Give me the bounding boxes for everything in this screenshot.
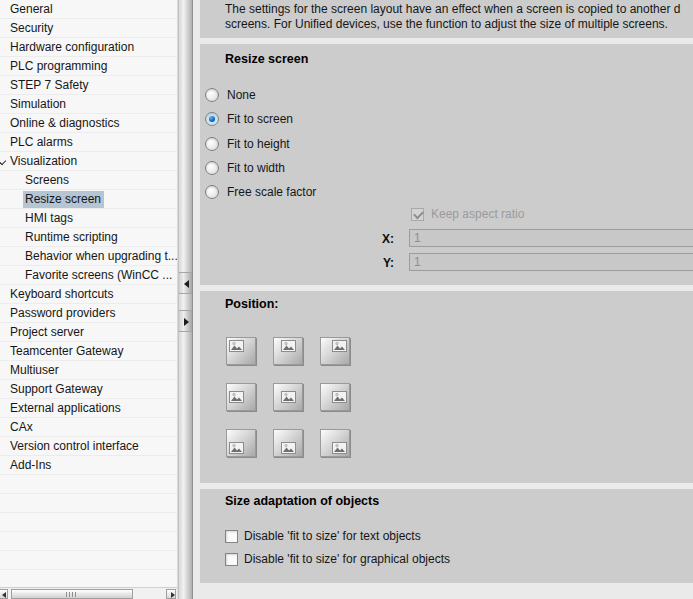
sidebar-item-cax[interactable]: CAx	[0, 418, 177, 437]
image-icon	[281, 391, 296, 403]
radio-option-free-scale-factor[interactable]: Free scale factor	[205, 184, 316, 200]
sidebar-item-keyboard-shortcuts[interactable]: Keyboard shortcuts	[0, 285, 177, 304]
radio-option-none[interactable]: None	[205, 87, 256, 103]
sidebar-item-plc-programming[interactable]: PLC programming	[0, 57, 177, 76]
disable-fit-to-size-text-checkbox[interactable]: Disable 'fit to size' for text objects	[225, 529, 421, 543]
collapse-pane-button[interactable]	[179, 272, 192, 294]
sidebar-item-screens[interactable]: Screens	[0, 171, 177, 190]
selected-item-highlight: Resize screen	[23, 191, 104, 208]
info-text-box: The settings for the screen layout have …	[200, 0, 693, 38]
radio-label: None	[227, 88, 256, 102]
y-scale-input	[409, 253, 693, 271]
sidebar-item-version-control-interface[interactable]: Version control interface	[0, 437, 177, 456]
sidebar-item-label: Keyboard shortcuts	[10, 287, 113, 301]
radio-option-fit-to-width[interactable]: Fit to width	[205, 160, 285, 176]
checkbox-label: Keep aspect ratio	[431, 207, 524, 221]
chevron-down-icon[interactable]	[0, 157, 6, 165]
position-top-left-button[interactable]	[226, 337, 256, 365]
expand-pane-button[interactable]	[179, 310, 192, 332]
sidebar-item-plc-alarms[interactable]: PLC alarms	[0, 133, 177, 152]
image-icon	[281, 442, 296, 454]
position-middle-left-button[interactable]	[226, 383, 256, 411]
sidebar-item-general[interactable]: General	[0, 0, 177, 19]
sidebar-item-label: Hardware configuration	[10, 40, 134, 54]
radio-button-icon	[205, 137, 219, 151]
radio-option-fit-to-screen[interactable]: Fit to screen	[205, 111, 293, 127]
position-middle-right-button[interactable]	[320, 383, 350, 411]
sidebar-item-project-server[interactable]: Project server	[0, 323, 177, 342]
position-section: Position:	[200, 291, 693, 483]
sidebar-item-label: Teamcenter Gateway	[10, 344, 123, 358]
image-icon	[332, 391, 347, 403]
keep-aspect-ratio-checkbox: Keep aspect ratio	[411, 207, 524, 221]
position-bottom-right-button[interactable]	[320, 429, 350, 457]
sidebar-item-label: External applications	[10, 401, 121, 415]
section-title: Position:	[225, 297, 278, 311]
checkbox-label: Disable 'fit to size' for graphical obje…	[244, 552, 450, 566]
x-scale-input	[409, 229, 693, 247]
sidebar-item-label: PLC alarms	[10, 135, 73, 149]
settings-tree: General Security Hardware configuration …	[0, 0, 178, 599]
image-icon	[229, 391, 244, 403]
image-icon	[332, 442, 347, 454]
sidebar-empty-row	[0, 551, 177, 570]
sidebar-item-resize-screen[interactable]: Resize screen	[0, 190, 177, 209]
position-bottom-center-button[interactable]	[273, 429, 303, 457]
sidebar-item-support-gateway[interactable]: Support Gateway	[0, 380, 177, 399]
sidebar-item-label: Visualization	[10, 154, 77, 168]
image-icon	[332, 340, 347, 352]
radio-button-icon	[205, 185, 219, 199]
resize-screen-section: Resize screen None Fit to screen Fit to …	[200, 44, 693, 285]
sidebar-item-multiuser[interactable]: Multiuser	[0, 361, 177, 380]
scrollbar-thumb[interactable]	[11, 589, 133, 599]
radio-label: Fit to screen	[227, 112, 293, 126]
sidebar-item-behavior-when-upgrading[interactable]: Behavior when upgrading t...	[0, 247, 177, 266]
sidebar-item-label: General	[10, 2, 53, 16]
radio-button-icon	[205, 161, 219, 175]
sidebar-item-label: Screens	[25, 173, 69, 187]
radio-button-selected-icon	[205, 112, 219, 126]
sidebar-item-label: PLC programming	[10, 59, 107, 73]
image-icon	[229, 340, 244, 352]
info-line-1: The settings for the screen layout have …	[225, 2, 693, 17]
radio-option-fit-to-height[interactable]: Fit to height	[205, 136, 290, 152]
checkbox-label: Disable 'fit to size' for text objects	[244, 529, 421, 543]
section-title: Resize screen	[225, 52, 308, 66]
sidebar-item-security[interactable]: Security	[0, 19, 177, 38]
sidebar-item-label: Simulation	[10, 97, 66, 111]
sidebar-item-hmi-tags[interactable]: HMI tags	[0, 209, 177, 228]
sidebar-item-label: Multiuser	[10, 363, 59, 377]
scroll-left-button[interactable]	[0, 589, 8, 599]
x-scale-label: X:	[372, 232, 394, 246]
position-bottom-left-button[interactable]	[226, 429, 256, 457]
sidebar-item-runtime-scripting[interactable]: Runtime scripting	[0, 228, 177, 247]
sidebar-item-label: Version control interface	[10, 439, 139, 453]
sidebar-item-online-diagnostics[interactable]: Online & diagnostics	[0, 114, 177, 133]
position-top-center-button[interactable]	[273, 337, 303, 365]
radio-label: Fit to width	[227, 161, 285, 175]
pane-splitter[interactable]	[178, 0, 193, 599]
sidebar-item-simulation[interactable]: Simulation	[0, 95, 177, 114]
sidebar-item-teamcenter-gateway[interactable]: Teamcenter Gateway	[0, 342, 177, 361]
sidebar-empty-row	[0, 513, 177, 532]
y-scale-label: Y:	[372, 256, 394, 270]
radio-button-icon	[205, 88, 219, 102]
sidebar-item-label: STEP 7 Safety	[10, 78, 89, 92]
sidebar-item-visualization[interactable]: Visualization	[0, 152, 177, 171]
section-title: Size adaptation of objects	[225, 494, 379, 508]
scroll-right-button[interactable]	[166, 589, 176, 599]
checkbox-checked-disabled-icon	[411, 208, 424, 221]
sidebar-empty-row	[0, 532, 177, 551]
position-middle-center-button[interactable]	[273, 383, 303, 411]
sidebar-item-add-ins[interactable]: Add-Ins	[0, 456, 177, 475]
sidebar-item-password-providers[interactable]: Password providers	[0, 304, 177, 323]
sidebar-horizontal-scrollbar[interactable]	[0, 587, 178, 599]
sidebar-item-favorite-screens[interactable]: Favorite screens (WinCC ...	[0, 266, 177, 285]
position-top-right-button[interactable]	[320, 337, 350, 365]
image-icon	[229, 442, 244, 454]
disable-fit-to-size-graphical-checkbox[interactable]: Disable 'fit to size' for graphical obje…	[225, 552, 450, 566]
sidebar-item-external-applications[interactable]: External applications	[0, 399, 177, 418]
sidebar-item-step7-safety[interactable]: STEP 7 Safety	[0, 76, 177, 95]
sidebar-item-hardware-configuration[interactable]: Hardware configuration	[0, 38, 177, 57]
radio-label: Fit to height	[227, 137, 290, 151]
